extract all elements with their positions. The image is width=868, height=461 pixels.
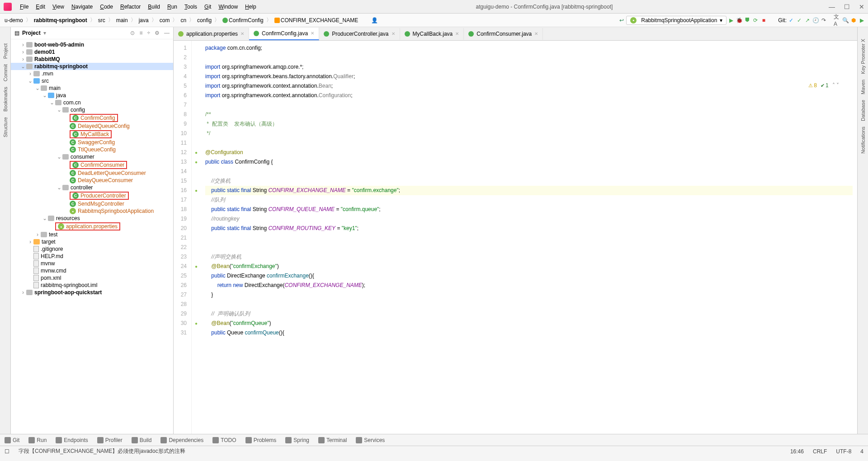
chevron-icon[interactable]: ˄ ˅ <box>832 82 839 89</box>
menu-help[interactable]: Help <box>241 2 260 12</box>
stop-button[interactable]: ■ <box>760 17 767 24</box>
tool-bookmarks[interactable]: Bookmarks <box>3 84 8 114</box>
bottom-tool-todo[interactable]: TODO <box>212 437 236 443</box>
ok-badge[interactable]: ✔ 1 <box>821 82 829 89</box>
bottom-tool-terminal[interactable]: Terminal <box>318 437 347 443</box>
git-push-icon[interactable]: ↗ <box>804 17 811 24</box>
tree-node[interactable]: ›demo01 <box>11 48 173 56</box>
menu-tools[interactable]: Tools <box>181 2 201 12</box>
tree-node[interactable]: DelayQueueConsumer <box>11 177 173 184</box>
tree-node[interactable]: ⌄consumer <box>11 153 173 160</box>
editor-tab[interactable]: ConfirmConfig.java✕ <box>249 28 319 40</box>
menu-window[interactable]: Window <box>215 2 241 12</box>
editor-tab[interactable]: ConfirmConsumer.java✕ <box>464 28 543 40</box>
tree-node[interactable]: HELP.md <box>11 253 173 260</box>
tree-node[interactable]: ›test <box>11 231 173 238</box>
menu-run[interactable]: Run <box>164 2 181 12</box>
git-update-icon[interactable]: ✓ <box>788 17 795 24</box>
maximize-button[interactable]: ☐ <box>844 3 850 10</box>
breadcrumb-item[interactable]: cn <box>179 16 188 24</box>
user-icon[interactable]: 👤 <box>371 17 378 24</box>
menu-edit[interactable]: Edit <box>32 2 49 12</box>
status-icon[interactable]: ☐ <box>5 448 9 455</box>
tree-node[interactable]: ConfirmConfig <box>11 113 173 122</box>
tool-commit[interactable]: Commit <box>3 61 8 84</box>
close-tab-icon[interactable]: ✕ <box>392 31 395 36</box>
git-commit-icon[interactable]: ✓ <box>796 17 803 24</box>
tree-node[interactable]: DeadLetterQueueConsumer <box>11 169 173 177</box>
git-history-icon[interactable]: 🕘 <box>812 17 819 24</box>
close-tab-icon[interactable]: ✕ <box>311 31 314 36</box>
breadcrumb-item[interactable]: src <box>96 16 107 24</box>
bottom-tool-spring[interactable]: Spring <box>285 437 309 443</box>
bottom-tool-services[interactable]: Services <box>356 437 385 443</box>
breadcrumb-item[interactable]: rabbitmq-springboot <box>32 16 89 24</box>
menu-build[interactable]: Build <box>144 2 164 12</box>
tree-node[interactable]: ⌄com.cn <box>11 99 173 106</box>
tree-node[interactable]: MyCallBack <box>11 130 173 139</box>
tree-node[interactable]: ›.mvn <box>11 70 173 77</box>
select-opened-icon[interactable]: ⊙ <box>130 30 135 36</box>
close-tab-icon[interactable]: ✕ <box>455 31 459 36</box>
tree-node[interactable]: ⌄java <box>11 92 173 99</box>
bottom-tool-endpoints[interactable]: Endpoints <box>56 437 88 443</box>
menu-git[interactable]: Git <box>201 2 215 12</box>
cursor-position[interactable]: 16:46 <box>790 448 804 455</box>
bottom-tool-run[interactable]: Run <box>28 437 47 443</box>
profile-button[interactable]: ⟳ <box>752 17 759 24</box>
menu-code[interactable]: Code <box>96 2 117 12</box>
breadcrumb-item[interactable]: u-demo <box>3 16 25 24</box>
breadcrumb-item[interactable]: java <box>137 16 151 24</box>
tree-node[interactable]: RabbitmqSpringbootApplication <box>11 207 173 215</box>
warning-badge[interactable]: ⚠ 8 <box>808 82 817 89</box>
encoding[interactable]: UTF-8 <box>836 448 851 455</box>
git-rollback-icon[interactable]: ↷ <box>820 17 827 24</box>
tree-node[interactable]: ⌄controller <box>11 184 173 191</box>
code-content[interactable]: package com.cn.config; import org.spring… <box>201 41 857 434</box>
editor-tab[interactable]: MyCallBack.java✕ <box>400 28 464 40</box>
code-editor[interactable]: 1234567891011121314151617181920212223242… <box>174 41 857 434</box>
settings-icon[interactable]: ⬢ <box>850 17 857 24</box>
tree-node[interactable]: ⌄src <box>11 77 173 85</box>
breadcrumb-item[interactable]: main <box>114 16 130 24</box>
translate-icon[interactable]: 文A <box>834 17 841 24</box>
menu-refactor[interactable]: Refactor <box>117 2 144 12</box>
tree-node[interactable]: ⌄config <box>11 106 173 113</box>
expand-icon[interactable]: ≡ <box>139 30 142 36</box>
tool-notifications[interactable]: Notifications <box>860 124 866 156</box>
tree-node[interactable]: ›springboot-aop-quickstart <box>11 289 173 296</box>
editor-tab[interactable]: ProducerController.java✕ <box>319 28 400 40</box>
tree-node[interactable]: mvnw.cmd <box>11 267 173 274</box>
bottom-tool-dependencies[interactable]: Dependencies <box>160 437 203 443</box>
run-config-selector[interactable]: RabbitmqSpringbootApplication ▾ <box>626 16 726 25</box>
menu-file[interactable]: File <box>16 2 32 12</box>
bottom-tool-build[interactable]: Build <box>132 437 152 443</box>
tree-node[interactable]: application.properties <box>11 222 173 231</box>
bottom-tool-profiler[interactable]: Profiler <box>97 437 123 443</box>
tree-node[interactable]: ›target <box>11 238 173 245</box>
tree-node[interactable]: ⌄main <box>11 85 173 92</box>
bottom-tool-git[interactable]: Git <box>5 437 19 443</box>
tree-node[interactable]: SwaggerConfig <box>11 139 173 146</box>
breadcrumb-item[interactable]: config <box>195 16 213 24</box>
hide-icon[interactable]: — <box>164 30 170 36</box>
chevron-down-icon[interactable]: ▾ <box>43 30 46 36</box>
tree-node[interactable]: DelayedQueueConfig <box>11 122 173 130</box>
close-button[interactable]: ✕ <box>859 3 864 10</box>
close-tab-icon[interactable]: ✕ <box>534 31 538 36</box>
tree-node[interactable]: .gitignore <box>11 245 173 253</box>
tree-node[interactable]: SendMsgController <box>11 200 173 207</box>
tree-node[interactable]: ⌄resources <box>11 215 173 222</box>
tree-node[interactable]: mvnw <box>11 260 173 267</box>
tool-key-promoter-x[interactable]: Key Promoter X <box>860 36 866 77</box>
coverage-button[interactable]: ⛊ <box>744 17 751 24</box>
search-icon[interactable]: 🔍 <box>842 17 849 24</box>
bottom-tool-problems[interactable]: Problems <box>245 437 277 443</box>
tool-database[interactable]: Database <box>860 97 866 124</box>
tree-node[interactable]: ProducerController <box>11 191 173 200</box>
menu-navigate[interactable]: Navigate <box>68 2 96 12</box>
tree-node[interactable]: rabbitmq-springboot.iml <box>11 282 173 289</box>
tool-project[interactable]: Project <box>3 41 8 61</box>
inspection-widget[interactable]: ⚠ 8 ✔ 1 ˄ ˅ <box>808 82 839 89</box>
menu-view[interactable]: View <box>49 2 68 12</box>
